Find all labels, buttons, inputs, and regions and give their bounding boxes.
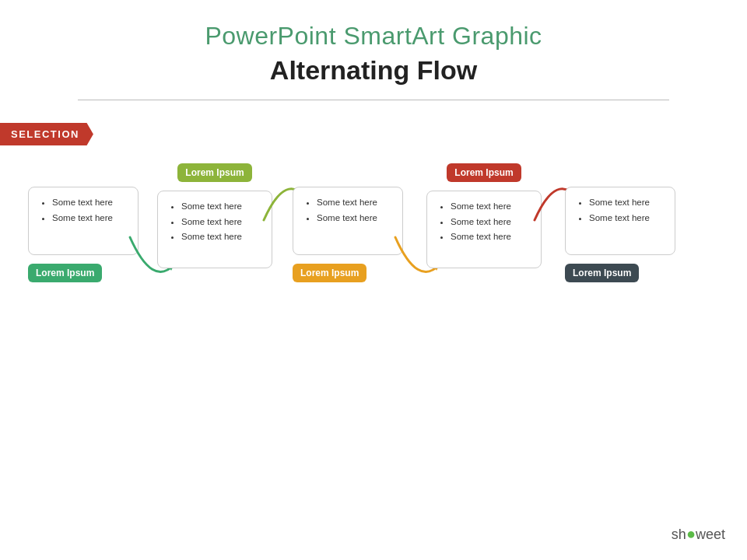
badge-2: Lorem Ipsum: [177, 163, 251, 182]
text-item-4-3: Some text here: [451, 229, 530, 245]
text-item-5-1: Some text here: [589, 195, 664, 211]
text-item-3-2: Some text here: [317, 211, 391, 226]
page-title: PowerPoint SmartArt Graphic: [0, 22, 747, 51]
flow-unit-2: Lorem Ipsum Some text here Some text her…: [157, 163, 272, 268]
text-item-1-1: Some text here: [52, 195, 127, 211]
text-item-4-2: Some text here: [451, 215, 530, 230]
flow-unit-5: Some text here Some text here Lorem Ipsu…: [565, 187, 675, 282]
text-item-3-1: Some text here: [317, 195, 391, 211]
text-item-2-2: Some text here: [181, 215, 261, 230]
flow-unit-3: Some text here Some text here Lorem Ipsu…: [293, 187, 403, 282]
text-box-3: Some text here Some text here: [293, 187, 403, 255]
text-box-5: Some text here Some text here: [565, 187, 675, 255]
text-box-4: Some text here Some text here Some text …: [426, 191, 542, 268]
text-item-5-2: Some text here: [589, 211, 664, 226]
brand-dot: ●: [686, 525, 696, 542]
badge-5: Lorem Ipsum: [565, 264, 639, 282]
text-item-2-1: Some text here: [181, 199, 261, 215]
badge-1: Lorem Ipsum: [28, 264, 102, 282]
text-item-1-2: Some text here: [52, 211, 127, 226]
branding: sh●weet: [672, 525, 725, 543]
badge-4: Lorem Ipsum: [447, 163, 521, 182]
diagram: Some text here Some text here Lorem Ipsu…: [0, 163, 747, 443]
text-item-2-3: Some text here: [181, 229, 261, 245]
flow-unit-1: Some text here Some text here Lorem Ipsu…: [28, 187, 139, 282]
brand-text2: weet: [696, 527, 725, 542]
selection-banner: SELECTION: [0, 123, 93, 145]
text-box-1: Some text here Some text here: [28, 187, 139, 255]
text-box-2: Some text here Some text here Some text …: [157, 191, 272, 268]
flow-unit-4: Lorem Ipsum Some text here Some text her…: [426, 163, 542, 268]
divider: [78, 100, 669, 100]
text-item-4-1: Some text here: [451, 199, 530, 215]
brand-text1: sh: [672, 527, 686, 542]
page-subtitle: Alternating Flow: [0, 55, 747, 86]
badge-3: Lorem Ipsum: [293, 264, 366, 282]
